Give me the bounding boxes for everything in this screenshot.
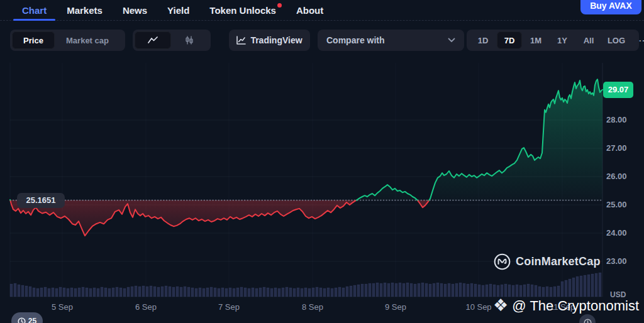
cryptonomist-watermark-text: @ The Cryptonomist (512, 298, 639, 314)
cryptonomist-watermark: ❖ @ The Cryptonomist (493, 297, 639, 314)
x-tick-label: 5 Sep (52, 302, 73, 312)
x-tick-label: 10 Sep (465, 302, 491, 312)
y-tick-label: 23.00 (606, 256, 635, 266)
y-tick-label: 25.00 (606, 200, 635, 209)
coinmarketcap-watermark: CoinMarketCap (494, 253, 601, 270)
update-timer-value: 25 (28, 317, 36, 323)
coinmarketcap-logo-icon (494, 253, 511, 270)
x-tick-label: 7 Sep (218, 302, 240, 312)
baseline-price-label: 25.1651 (17, 193, 65, 208)
x-tick-label: 6 Sep (135, 302, 157, 312)
y-tick-label: 26.00 (606, 172, 635, 181)
current-price-badge: 29.07 (603, 82, 633, 98)
green-area-fill (10, 79, 602, 200)
y-tick-label: 24.00 (606, 228, 635, 238)
volume-bars (10, 273, 601, 297)
diamond-logo-icon: ❖ (493, 297, 508, 314)
red-area-fill (10, 200, 429, 236)
coinmarketcap-watermark-text: CoinMarketCap (516, 255, 601, 268)
clock-icon (18, 317, 26, 323)
y-tick-label: 27.00 (606, 143, 635, 153)
update-timer-badge: 25 (11, 312, 43, 323)
price-chart[interactable] (0, 0, 644, 323)
x-tick-label: 8 Sep (302, 302, 323, 312)
clock-icon (584, 319, 592, 323)
x-tick-label: 9 Sep (385, 302, 406, 312)
avax-chart-page: Chart Markets News Yield Token Unlocks A… (0, 0, 644, 323)
y-tick-label: 28.00 (606, 115, 635, 124)
